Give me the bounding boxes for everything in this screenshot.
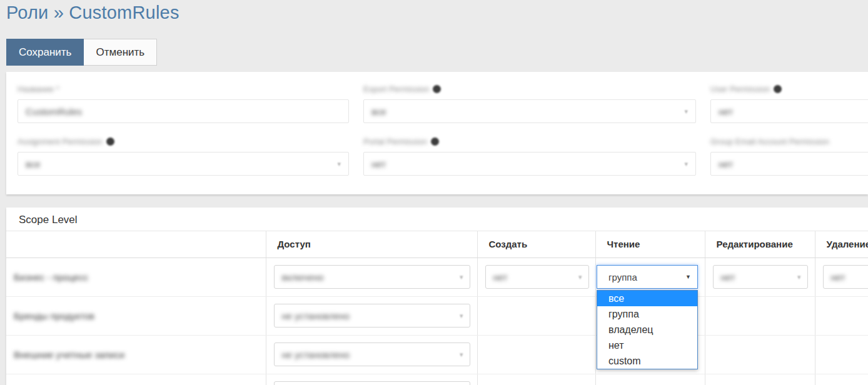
group-email-permission-label: Group Email Account Permission xyxy=(710,137,829,146)
chevron-down-icon: ▾ xyxy=(578,274,582,281)
breadcrumb-separator: » xyxy=(54,2,64,22)
field-portal-permission: Portal Permission нет ▾ xyxy=(363,137,696,176)
field-name-label: Название * xyxy=(18,84,59,94)
table-row: Внешние учетные записи не установлено▾ xyxy=(6,335,868,374)
access-select[interactable]: ▾ xyxy=(274,381,470,385)
chevron-down-icon: ▾ xyxy=(337,161,341,168)
chevron-down-icon: ▾ xyxy=(797,274,801,281)
col-header-delete: Удаление xyxy=(815,231,868,258)
user-permission-select[interactable]: нет ▾ xyxy=(710,99,868,123)
edit-select[interactable]: нет▾ xyxy=(713,265,808,289)
user-permission-label: User Permission xyxy=(710,84,770,94)
read-select-focused[interactable]: группа ▼ xyxy=(597,265,698,289)
info-icon xyxy=(433,85,441,93)
create-select[interactable]: нет▾ xyxy=(485,265,589,289)
cancel-button[interactable]: Отменить xyxy=(84,39,157,66)
chevron-down-icon: ▾ xyxy=(684,161,688,168)
table-row: Бренды продуктов не установлено▾ xyxy=(6,296,868,335)
chevron-down-icon: ▾ xyxy=(460,351,463,358)
access-select[interactable]: не установлено▾ xyxy=(274,304,470,328)
scope-header-row: Доступ Создать Чтение Редактирование Уда… xyxy=(6,231,868,258)
dropdown-option-none[interactable]: нет xyxy=(597,338,697,353)
info-icon xyxy=(106,138,114,146)
access-select[interactable]: не установлено▾ xyxy=(274,342,470,366)
chevron-down-icon: ▾ xyxy=(460,312,463,319)
field-group-email-permission: Group Email Account Permission нет xyxy=(710,137,868,176)
col-header-read: Чтение xyxy=(595,231,705,258)
scope-level-panel: Scope Level Доступ Создать Чтение Редакт… xyxy=(6,208,868,385)
access-select[interactable]: включено▾ xyxy=(274,265,470,289)
assignment-permission-label: Assignment Permission xyxy=(18,137,103,146)
export-permission-label: Export Permission xyxy=(363,84,429,94)
assignment-permission-select[interactable]: все ▾ xyxy=(18,152,349,176)
field-assignment-permission: Assignment Permission все ▾ xyxy=(18,137,349,176)
col-header-entity xyxy=(6,231,266,258)
dropdown-option-all[interactable]: все xyxy=(597,291,697,306)
table-row: Валюты ▾ xyxy=(6,374,868,385)
name-input[interactable]: CustomRules xyxy=(18,99,349,123)
dropdown-option-owner[interactable]: владелец xyxy=(597,322,697,338)
chevron-down-icon: ▾ xyxy=(684,108,688,115)
portal-permission-select[interactable]: нет ▾ xyxy=(363,152,696,176)
delete-select[interactable]: нет▾ xyxy=(823,265,868,289)
scope-level-title: Scope Level xyxy=(6,208,868,231)
role-form-panel: Название * CustomRules Export Permission… xyxy=(6,72,868,194)
page-title-current: CustomRules xyxy=(69,2,179,22)
portal-permission-label: Portal Permission xyxy=(363,137,427,146)
toolbar: Сохранить Отменить xyxy=(6,39,157,66)
col-header-create: Создать xyxy=(477,231,595,258)
scope-table: Доступ Создать Чтение Редактирование Уда… xyxy=(6,231,868,385)
read-select-dropdown: все группа владелец нет custom xyxy=(597,290,698,369)
save-button[interactable]: Сохранить xyxy=(6,39,84,66)
field-export-permission: Export Permission все ▾ xyxy=(363,84,696,123)
info-icon xyxy=(431,138,439,146)
row-entity-label: Внешние учетные записи xyxy=(14,349,124,360)
chevron-down-icon: ▾ xyxy=(460,274,463,281)
dropdown-option-custom[interactable]: custom xyxy=(597,353,697,369)
table-row: Бизнес - процесс включено▾ нет▾ нет▾ нет… xyxy=(6,258,868,296)
col-header-access: Доступ xyxy=(266,231,477,258)
field-user-permission: User Permission нет ▾ xyxy=(710,84,868,123)
col-header-edit: Редактирование xyxy=(705,231,815,258)
export-permission-select[interactable]: все ▾ xyxy=(363,99,696,123)
breadcrumb: Роли » CustomRules xyxy=(6,2,179,23)
chevron-down-icon: ▼ xyxy=(685,274,691,280)
field-name: Название * CustomRules xyxy=(18,84,349,123)
row-entity-label: Бренды продуктов xyxy=(14,311,94,321)
breadcrumb-roles-link[interactable]: Роли xyxy=(6,2,48,22)
info-icon xyxy=(774,85,782,93)
dropdown-option-group[interactable]: группа xyxy=(597,306,697,322)
group-email-permission-select[interactable]: нет xyxy=(710,152,868,176)
row-entity-label: Бизнес - процесс xyxy=(14,272,88,282)
